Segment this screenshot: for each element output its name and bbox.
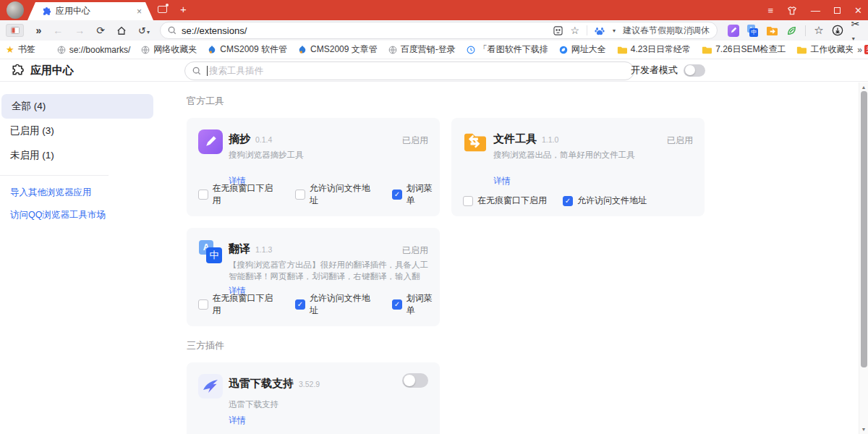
url-text[interactable]: se://extensions/ <box>182 25 247 36</box>
download-icon[interactable] <box>832 25 843 36</box>
dev-mode-label: 开发者模式 <box>631 64 678 77</box>
card-version: 1.1.0 <box>542 135 558 144</box>
reload-icon[interactable]: ⟳ <box>96 25 105 35</box>
qr-code-icon[interactable] <box>553 26 563 35</box>
collect-star-icon[interactable]: ☆ <box>814 24 823 37</box>
app-header: 应用中心 搜索工具插件 开发者模式 <box>0 59 868 82</box>
skin-icon[interactable] <box>787 6 797 15</box>
option-incognito[interactable]: 在无痕窗口下启用 <box>198 292 279 317</box>
folder-icon <box>702 46 712 54</box>
scroll-up-icon[interactable]: ▲ <box>859 85 868 90</box>
bookmark-item[interactable]: se://bookmarks/ <box>57 45 131 55</box>
swirl-icon <box>559 46 568 54</box>
checkbox-unchecked[interactable] <box>463 196 473 206</box>
checkbox-unchecked[interactable] <box>295 190 305 200</box>
favorite-star-icon[interactable]: ☆ <box>570 25 579 36</box>
extension-card-zhaichao: 摘抄 0.1.4 已启用 搜狗浏览器摘抄工具 详情 在无痕窗口下启用 允许访问文… <box>187 118 440 216</box>
screenshot-scissors-icon[interactable]: ✂▾ <box>851 17 862 43</box>
search-input[interactable]: 搜索工具插件 <box>184 61 634 80</box>
main-content: 官方工具 摘抄 0.1.4 已启用 搜狗浏览器摘抄工具 详情 在无痕窗口下启用 … <box>187 95 705 434</box>
bookmark-item[interactable]: CMS2009 文章管 <box>298 43 378 56</box>
scrollbar-thumb[interactable] <box>861 91 867 367</box>
option-word-menu[interactable]: ✓划词菜单 <box>392 182 440 207</box>
detail-link[interactable]: 详情 <box>229 414 246 427</box>
expand-toolbar-icon[interactable]: » <box>35 25 41 35</box>
new-tab-button[interactable]: + <box>180 4 187 14</box>
dev-mode-toggle[interactable] <box>684 64 705 77</box>
address-bar[interactable]: se://extensions/ ☆ ▾ 建议春节假期取消调休 <box>160 22 718 39</box>
back-icon[interactable]: ← <box>53 25 63 35</box>
status-badge: 已启用 <box>402 135 428 147</box>
bookmark-item[interactable]: 头头条号 <box>864 43 868 56</box>
sidebar-filter-enabled[interactable]: 已启用 (3) <box>0 119 174 143</box>
forward-icon[interactable]: → <box>75 25 85 35</box>
home-icon[interactable] <box>116 26 127 35</box>
card-title: 迅雷下载支持 <box>229 377 294 391</box>
card-description: 搜狗浏览器出品，简单好用的文件工具 <box>493 149 693 161</box>
sidebar-filter-disabled[interactable]: 未启用 (1) <box>0 143 174 168</box>
undo-icon[interactable]: ↺▾ <box>138 26 150 35</box>
file-tools-extension-icon[interactable] <box>766 25 778 37</box>
bookmark-item[interactable]: 7.26日SEM检查工 <box>702 43 786 56</box>
bookmark-item[interactable]: 网址大全 <box>559 43 606 56</box>
green-extension-icon[interactable] <box>786 25 797 36</box>
extension-card-translate: A 中 翻译 1.1.3 已启用 【搜狗浏览器官方出品】很好用的翻译插件，具备人… <box>187 228 440 326</box>
checkbox-checked[interactable]: ✓ <box>563 196 573 206</box>
hot-search-text[interactable]: 建议春节假期取消调休 <box>623 25 710 37</box>
browser-tab[interactable]: 应用中心 × <box>27 2 153 20</box>
bookmark-item[interactable]: 网络收藏夹 <box>141 43 197 56</box>
zhaichao-extension-icon[interactable] <box>728 25 739 37</box>
bookmark-item[interactable]: 百度营销-登录 <box>388 43 456 56</box>
import-apps-link[interactable]: 导入其他浏览器应用 <box>0 182 174 204</box>
option-file-access[interactable]: ✓允许访问文件地址 <box>563 195 647 207</box>
option-file-access[interactable]: ✓允许访问文件地址 <box>295 292 376 317</box>
sidebar-divider <box>0 175 109 176</box>
checkbox-checked[interactable]: ✓ <box>392 190 402 200</box>
hot-search-caret-icon: ▾ <box>613 27 616 34</box>
status-badge: 已启用 <box>667 135 693 147</box>
bookmarks-overflow-button[interactable]: » <box>853 41 862 59</box>
tab-close-icon[interactable]: × <box>137 7 142 17</box>
close-icon[interactable]: ✕ <box>854 6 862 15</box>
checkbox-unchecked[interactable] <box>198 299 208 310</box>
user-avatar[interactable] <box>7 1 24 19</box>
bookmark-item[interactable]: CMS2009 软件管 <box>208 43 287 56</box>
bookmark-item[interactable]: ★书签 <box>6 43 35 56</box>
globe-icon <box>388 46 397 54</box>
option-incognito[interactable]: 在无痕窗口下启用 <box>463 195 547 207</box>
menu-icon[interactable]: ≡ <box>768 6 774 15</box>
sidebar-filter-all[interactable]: 全部 (4) <box>1 94 153 119</box>
scrollbar[interactable]: ▲ ▼ <box>859 82 868 434</box>
flame-icon <box>298 45 307 54</box>
option-file-access[interactable]: 允许访问文件地址 <box>295 182 376 207</box>
tab-title: 应用中心 <box>56 5 137 17</box>
page-title: 应用中心 <box>30 64 74 77</box>
checkbox-checked[interactable]: ✓ <box>392 299 402 310</box>
enable-toggle[interactable] <box>402 373 428 388</box>
bookmarks-bar: ★书签 se://bookmarks/ 网络收藏夹 CMS2009 软件管 CM… <box>0 41 868 59</box>
bookmark-item[interactable]: 工作收藏夹 <box>796 43 854 56</box>
bookmark-item[interactable]: 4.23日日常经常 <box>617 43 691 56</box>
checkbox-unchecked[interactable] <box>198 190 208 200</box>
filetools-app-icon <box>463 129 488 154</box>
option-word-menu[interactable]: ✓划词菜单 <box>392 292 440 317</box>
sidebar-panel-button[interactable] <box>6 24 24 37</box>
sidebar: 全部 (4) 已启用 (3) 未启用 (1) 导入其他浏览器应用 访问QQ浏览器… <box>0 94 174 226</box>
status-badge: 已启用 <box>402 244 428 257</box>
minimize-icon[interactable]: — <box>811 6 820 15</box>
maximize-icon[interactable] <box>834 7 841 14</box>
qq-market-link[interactable]: 访问QQ浏览器工具市场 <box>0 204 174 226</box>
mini-window-icon[interactable] <box>158 6 167 13</box>
globe-icon <box>57 46 66 54</box>
baidu-paw-icon[interactable] <box>595 26 605 35</box>
checkbox-checked[interactable]: ✓ <box>295 299 305 310</box>
option-incognito[interactable]: 在无痕窗口下启用 <box>198 182 279 207</box>
translate-extension-icon[interactable]: A 中 <box>747 25 759 37</box>
detail-link[interactable]: 详情 <box>493 175 511 187</box>
card-version: 3.52.9 <box>299 380 320 388</box>
puzzle-outline-icon <box>10 64 24 77</box>
scroll-down-icon[interactable]: ▼ <box>859 427 868 432</box>
section-title-official: 官方工具 <box>187 95 705 108</box>
bookmark-item[interactable]: 「看图软件下载排 <box>467 43 548 56</box>
extension-card-filetools: 文件工具 1.1.0 已启用 搜狗浏览器出品，简单好用的文件工具 详情 在无痕窗… <box>451 118 705 216</box>
